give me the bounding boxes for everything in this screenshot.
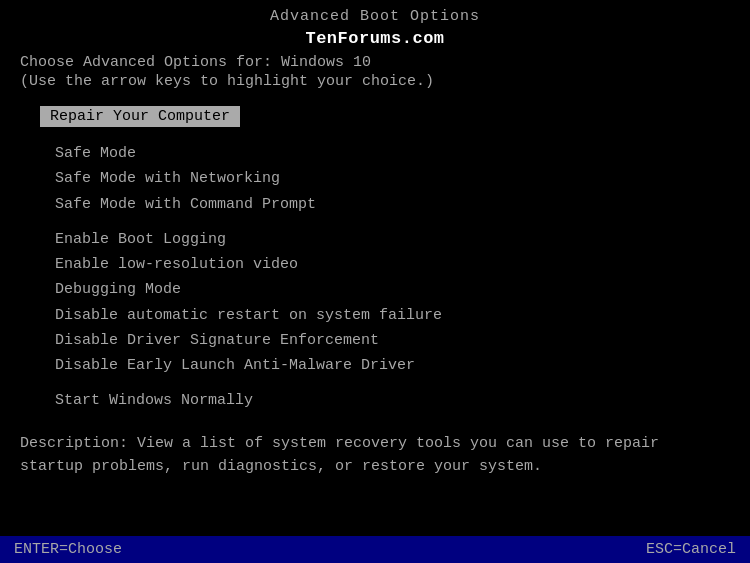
menu-item-safe-mode-networking[interactable]: Safe Mode with Networking <box>55 166 750 191</box>
menu-spacer <box>55 378 750 388</box>
menu-item-disable-restart[interactable]: Disable automatic restart on system fail… <box>55 303 750 328</box>
description-section: Description: View a list of system recov… <box>0 432 750 479</box>
menu-item-disable-driver-sig[interactable]: Disable Driver Signature Enforcement <box>55 328 750 353</box>
selected-menu-item[interactable]: Repair Your Computer <box>40 106 240 127</box>
menu-item-enable-boot-logging[interactable]: Enable Boot Logging <box>55 227 750 252</box>
use-arrow-text: (Use the arrow keys to highlight your ch… <box>0 71 750 98</box>
title-text: Advanced Boot Options <box>270 8 480 25</box>
menu-item-debugging-mode[interactable]: Debugging Mode <box>55 277 750 302</box>
description-line2: startup problems, run diagnostics, or re… <box>20 455 730 478</box>
menu-item-disable-early-launch[interactable]: Disable Early Launch Anti-Malware Driver <box>55 353 750 378</box>
site-name: TenForums.com <box>0 27 750 52</box>
subtitle: Choose Advanced Options for: Windows 10 <box>0 52 750 71</box>
screen: Advanced Boot Options TenForums.com Choo… <box>0 0 750 563</box>
menu-list: Safe ModeSafe Mode with NetworkingSafe M… <box>0 137 750 414</box>
bottom-bar: ENTER=Choose ESC=Cancel <box>0 536 750 563</box>
title-bar: Advanced Boot Options <box>0 0 750 27</box>
menu-item-safe-mode-command-prompt[interactable]: Safe Mode with Command Prompt <box>55 192 750 217</box>
menu-item-safe-mode[interactable]: Safe Mode <box>55 141 750 166</box>
description-line1: Description: View a list of system recov… <box>20 432 730 455</box>
enter-label: ENTER=Choose <box>14 541 122 558</box>
esc-label: ESC=Cancel <box>646 541 736 558</box>
menu-item-start-windows[interactable]: Start Windows Normally <box>55 388 750 413</box>
menu-item-enable-low-res[interactable]: Enable low-resolution video <box>55 252 750 277</box>
menu-spacer <box>55 217 750 227</box>
